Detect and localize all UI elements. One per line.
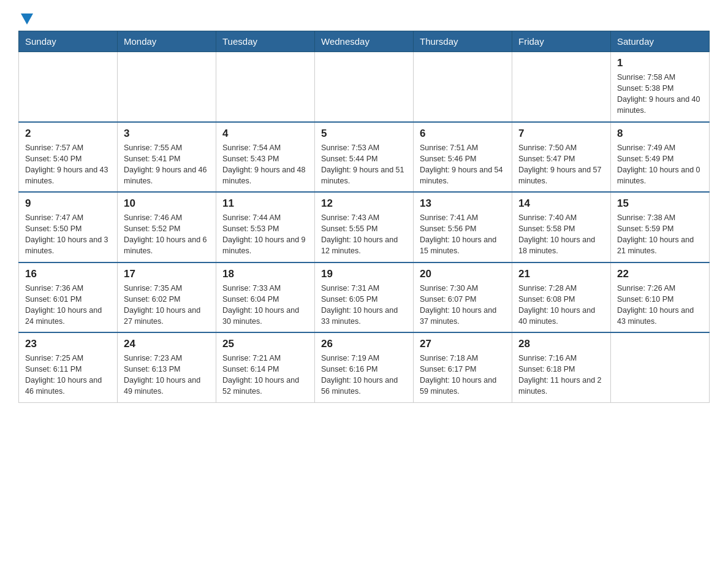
day-info: Sunrise: 7:58 AM Sunset: 5:38 PM Dayligh…	[617, 72, 703, 117]
calendar-week-row: 2Sunrise: 7:57 AM Sunset: 5:40 PM Daylig…	[19, 122, 710, 193]
day-info: Sunrise: 7:40 AM Sunset: 5:58 PM Dayligh…	[518, 212, 604, 257]
day-of-week-header: Monday	[118, 31, 216, 52]
day-info: Sunrise: 7:47 AM Sunset: 5:50 PM Dayligh…	[25, 212, 111, 257]
day-number: 2	[25, 128, 111, 140]
day-info: Sunrise: 7:57 AM Sunset: 5:40 PM Dayligh…	[25, 142, 111, 187]
calendar-table: SundayMondayTuesdayWednesdayThursdayFrid…	[18, 31, 710, 403]
calendar-day-cell: 21Sunrise: 7:28 AM Sunset: 6:08 PM Dayli…	[512, 262, 611, 333]
day-info: Sunrise: 7:49 AM Sunset: 5:49 PM Dayligh…	[617, 142, 703, 187]
day-info: Sunrise: 7:30 AM Sunset: 6:07 PM Dayligh…	[420, 283, 506, 327]
calendar-day-cell	[611, 332, 710, 402]
day-of-week-header: Friday	[512, 31, 611, 52]
day-number: 4	[222, 128, 308, 140]
day-info: Sunrise: 7:50 AM Sunset: 5:47 PM Dayligh…	[518, 142, 604, 187]
day-number: 6	[420, 128, 506, 140]
day-number: 15	[617, 197, 703, 210]
day-number: 11	[222, 197, 308, 210]
day-number: 18	[222, 268, 308, 280]
day-number: 24	[124, 338, 210, 350]
calendar-day-cell	[414, 52, 512, 122]
calendar-day-cell: 27Sunrise: 7:18 AM Sunset: 6:17 PM Dayli…	[414, 332, 512, 402]
day-number: 20	[420, 268, 506, 280]
calendar-day-cell: 24Sunrise: 7:23 AM Sunset: 6:13 PM Dayli…	[118, 332, 216, 402]
calendar-day-cell: 5Sunrise: 7:53 AM Sunset: 5:44 PM Daylig…	[315, 122, 414, 193]
day-info: Sunrise: 7:51 AM Sunset: 5:46 PM Dayligh…	[420, 142, 506, 187]
day-number: 27	[420, 338, 506, 350]
page-header	[18, 12, 710, 25]
day-number: 7	[518, 128, 604, 140]
calendar-day-cell: 3Sunrise: 7:55 AM Sunset: 5:41 PM Daylig…	[118, 122, 216, 193]
calendar-day-cell: 15Sunrise: 7:38 AM Sunset: 5:59 PM Dayli…	[611, 192, 710, 262]
calendar-day-cell: 18Sunrise: 7:33 AM Sunset: 6:04 PM Dayli…	[216, 262, 315, 333]
day-of-week-header: Sunday	[19, 31, 118, 52]
calendar-day-cell	[19, 52, 118, 122]
calendar-day-cell: 26Sunrise: 7:19 AM Sunset: 6:16 PM Dayli…	[315, 332, 414, 402]
day-info: Sunrise: 7:18 AM Sunset: 6:17 PM Dayligh…	[420, 353, 506, 397]
calendar-day-cell: 14Sunrise: 7:40 AM Sunset: 5:58 PM Dayli…	[512, 192, 611, 262]
day-number: 13	[420, 197, 506, 210]
day-of-week-header: Wednesday	[315, 31, 414, 52]
logo	[18, 12, 33, 25]
day-info: Sunrise: 7:23 AM Sunset: 6:13 PM Dayligh…	[124, 353, 210, 397]
calendar-day-cell: 13Sunrise: 7:41 AM Sunset: 5:56 PM Dayli…	[414, 192, 512, 262]
calendar-day-cell: 22Sunrise: 7:26 AM Sunset: 6:10 PM Dayli…	[611, 262, 710, 333]
day-info: Sunrise: 7:26 AM Sunset: 6:10 PM Dayligh…	[617, 283, 703, 327]
calendar-day-cell: 2Sunrise: 7:57 AM Sunset: 5:40 PM Daylig…	[19, 122, 118, 193]
logo-triangle-icon	[21, 13, 33, 25]
calendar-day-cell: 8Sunrise: 7:49 AM Sunset: 5:49 PM Daylig…	[611, 122, 710, 193]
day-number: 22	[617, 268, 703, 280]
calendar-day-cell: 19Sunrise: 7:31 AM Sunset: 6:05 PM Dayli…	[315, 262, 414, 333]
day-number: 8	[617, 128, 703, 140]
day-number: 28	[518, 338, 604, 350]
day-info: Sunrise: 7:36 AM Sunset: 6:01 PM Dayligh…	[25, 283, 111, 327]
day-info: Sunrise: 7:28 AM Sunset: 6:08 PM Dayligh…	[518, 283, 604, 327]
day-info: Sunrise: 7:43 AM Sunset: 5:55 PM Dayligh…	[321, 212, 407, 257]
calendar-day-cell	[118, 52, 216, 122]
day-number: 26	[321, 338, 407, 350]
calendar-body: 1Sunrise: 7:58 AM Sunset: 5:38 PM Daylig…	[19, 52, 710, 403]
day-info: Sunrise: 7:41 AM Sunset: 5:56 PM Dayligh…	[420, 212, 506, 257]
calendar-week-row: 9Sunrise: 7:47 AM Sunset: 5:50 PM Daylig…	[19, 192, 710, 262]
day-number: 23	[25, 338, 111, 350]
days-of-week-row: SundayMondayTuesdayWednesdayThursdayFrid…	[19, 31, 710, 52]
day-info: Sunrise: 7:35 AM Sunset: 6:02 PM Dayligh…	[124, 283, 210, 327]
day-number: 14	[518, 197, 604, 210]
day-info: Sunrise: 7:19 AM Sunset: 6:16 PM Dayligh…	[321, 353, 407, 397]
day-of-week-header: Saturday	[611, 31, 710, 52]
day-number: 5	[321, 128, 407, 140]
day-of-week-header: Thursday	[414, 31, 512, 52]
day-info: Sunrise: 7:33 AM Sunset: 6:04 PM Dayligh…	[222, 283, 308, 327]
calendar-day-cell: 10Sunrise: 7:46 AM Sunset: 5:52 PM Dayli…	[118, 192, 216, 262]
calendar-day-cell: 7Sunrise: 7:50 AM Sunset: 5:47 PM Daylig…	[512, 122, 611, 193]
calendar-day-cell: 17Sunrise: 7:35 AM Sunset: 6:02 PM Dayli…	[118, 262, 216, 333]
day-info: Sunrise: 7:46 AM Sunset: 5:52 PM Dayligh…	[124, 212, 210, 257]
calendar-day-cell: 6Sunrise: 7:51 AM Sunset: 5:46 PM Daylig…	[414, 122, 512, 193]
calendar-day-cell: 11Sunrise: 7:44 AM Sunset: 5:53 PM Dayli…	[216, 192, 315, 262]
day-info: Sunrise: 7:54 AM Sunset: 5:43 PM Dayligh…	[222, 142, 308, 187]
day-info: Sunrise: 7:21 AM Sunset: 6:14 PM Dayligh…	[222, 353, 308, 397]
day-info: Sunrise: 7:55 AM Sunset: 5:41 PM Dayligh…	[124, 142, 210, 187]
day-number: 19	[321, 268, 407, 280]
calendar-day-cell: 12Sunrise: 7:43 AM Sunset: 5:55 PM Dayli…	[315, 192, 414, 262]
day-number: 25	[222, 338, 308, 350]
day-info: Sunrise: 7:38 AM Sunset: 5:59 PM Dayligh…	[617, 212, 703, 257]
day-number: 12	[321, 197, 407, 210]
day-number: 16	[25, 268, 111, 280]
calendar-day-cell: 28Sunrise: 7:16 AM Sunset: 6:18 PM Dayli…	[512, 332, 611, 402]
calendar-week-row: 16Sunrise: 7:36 AM Sunset: 6:01 PM Dayli…	[19, 262, 710, 333]
calendar-day-cell: 4Sunrise: 7:54 AM Sunset: 5:43 PM Daylig…	[216, 122, 315, 193]
day-number: 1	[617, 57, 703, 69]
day-of-week-header: Tuesday	[216, 31, 315, 52]
day-info: Sunrise: 7:53 AM Sunset: 5:44 PM Dayligh…	[321, 142, 407, 187]
day-number: 9	[25, 197, 111, 210]
day-number: 21	[518, 268, 604, 280]
calendar-header: SundayMondayTuesdayWednesdayThursdayFrid…	[19, 31, 710, 52]
day-number: 17	[124, 268, 210, 280]
calendar-day-cell	[315, 52, 414, 122]
calendar-day-cell: 23Sunrise: 7:25 AM Sunset: 6:11 PM Dayli…	[19, 332, 118, 402]
calendar-week-row: 23Sunrise: 7:25 AM Sunset: 6:11 PM Dayli…	[19, 332, 710, 402]
day-info: Sunrise: 7:16 AM Sunset: 6:18 PM Dayligh…	[518, 353, 604, 397]
day-info: Sunrise: 7:31 AM Sunset: 6:05 PM Dayligh…	[321, 283, 407, 327]
day-info: Sunrise: 7:25 AM Sunset: 6:11 PM Dayligh…	[25, 353, 111, 397]
calendar-day-cell: 25Sunrise: 7:21 AM Sunset: 6:14 PM Dayli…	[216, 332, 315, 402]
